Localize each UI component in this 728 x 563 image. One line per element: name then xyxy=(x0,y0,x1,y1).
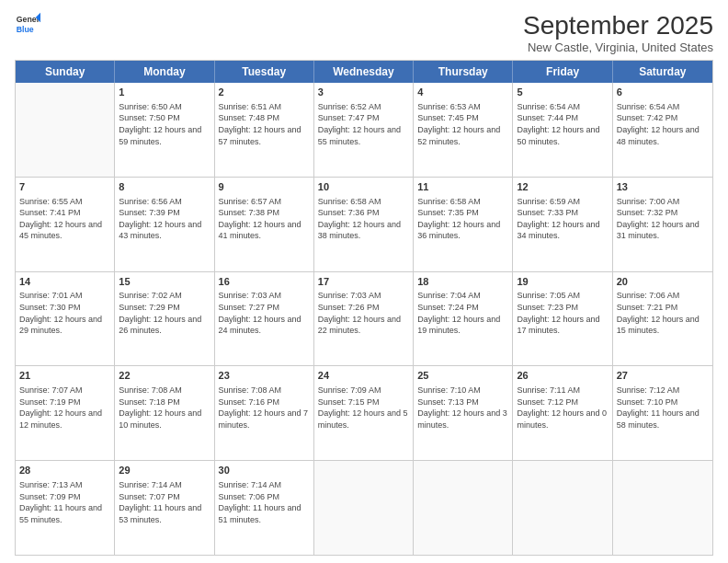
calendar-cell: 3Sunrise: 6:52 AM Sunset: 7:47 PM Daylig… xyxy=(314,83,414,177)
calendar-cell: 22Sunrise: 7:08 AM Sunset: 7:18 PM Dayli… xyxy=(115,366,214,460)
day-number: 27 xyxy=(617,369,709,383)
calendar-cell: 13Sunrise: 7:00 AM Sunset: 7:32 PM Dayli… xyxy=(613,178,712,271)
calendar-cell: 23Sunrise: 7:08 AM Sunset: 7:16 PM Dayli… xyxy=(215,366,314,460)
day-number: 21 xyxy=(19,369,110,383)
day-info: Sunrise: 7:08 AM Sunset: 7:18 PM Dayligh… xyxy=(119,385,210,431)
day-info: Sunrise: 7:08 AM Sunset: 7:16 PM Dayligh… xyxy=(219,385,310,431)
day-number: 16 xyxy=(219,275,310,289)
calendar-cell: 25Sunrise: 7:10 AM Sunset: 7:13 PM Dayli… xyxy=(414,366,513,460)
calendar-cell: 29Sunrise: 7:14 AM Sunset: 7:07 PM Dayli… xyxy=(115,461,214,555)
day-number: 12 xyxy=(517,180,608,194)
calendar-cell: 24Sunrise: 7:09 AM Sunset: 7:15 PM Dayli… xyxy=(314,366,414,460)
day-info: Sunrise: 7:03 AM Sunset: 7:27 PM Dayligh… xyxy=(219,290,310,336)
weekday-label: Sunday xyxy=(16,61,115,83)
day-number: 3 xyxy=(318,86,409,99)
day-number: 26 xyxy=(517,369,608,383)
day-info: Sunrise: 7:05 AM Sunset: 7:23 PM Dayligh… xyxy=(517,290,608,336)
day-number: 14 xyxy=(19,275,110,289)
month-title: September 2025 xyxy=(523,11,713,40)
day-info: Sunrise: 7:03 AM Sunset: 7:26 PM Dayligh… xyxy=(318,290,409,336)
day-number: 10 xyxy=(318,180,409,194)
day-info: Sunrise: 7:10 AM Sunset: 7:13 PM Dayligh… xyxy=(417,385,508,431)
calendar: SundayMondayTuesdayWednesdayThursdayFrid… xyxy=(15,60,713,556)
day-info: Sunrise: 6:57 AM Sunset: 7:38 PM Dayligh… xyxy=(219,196,310,242)
logo: General Blue xyxy=(15,11,40,37)
day-number: 20 xyxy=(617,275,709,289)
day-number: 22 xyxy=(119,369,210,383)
day-number: 25 xyxy=(417,369,508,383)
day-info: Sunrise: 7:07 AM Sunset: 7:19 PM Dayligh… xyxy=(19,385,110,431)
calendar-cell: 17Sunrise: 7:03 AM Sunset: 7:26 PM Dayli… xyxy=(314,272,414,366)
calendar-cell xyxy=(16,83,115,177)
day-number: 18 xyxy=(417,275,508,289)
calendar-cell xyxy=(314,461,414,555)
weekday-label: Monday xyxy=(115,61,214,83)
calendar-cell: 30Sunrise: 7:14 AM Sunset: 7:06 PM Dayli… xyxy=(215,461,314,555)
day-info: Sunrise: 7:12 AM Sunset: 7:10 PM Dayligh… xyxy=(617,385,709,431)
calendar-cell xyxy=(613,461,712,555)
day-number: 19 xyxy=(517,275,608,289)
day-info: Sunrise: 7:06 AM Sunset: 7:21 PM Dayligh… xyxy=(617,290,709,336)
day-number: 1 xyxy=(119,86,210,99)
day-info: Sunrise: 6:56 AM Sunset: 7:39 PM Dayligh… xyxy=(119,196,210,242)
title-block: September 2025 New Castle, Virginia, Uni… xyxy=(523,11,713,54)
day-info: Sunrise: 7:02 AM Sunset: 7:29 PM Dayligh… xyxy=(119,290,210,336)
day-info: Sunrise: 6:51 AM Sunset: 7:48 PM Dayligh… xyxy=(219,101,310,147)
calendar-cell: 16Sunrise: 7:03 AM Sunset: 7:27 PM Dayli… xyxy=(215,272,314,366)
calendar-cell: 21Sunrise: 7:07 AM Sunset: 7:19 PM Dayli… xyxy=(16,366,115,460)
calendar-cell: 18Sunrise: 7:04 AM Sunset: 7:24 PM Dayli… xyxy=(414,272,513,366)
day-info: Sunrise: 7:01 AM Sunset: 7:30 PM Dayligh… xyxy=(19,290,110,336)
calendar-cell: 26Sunrise: 7:11 AM Sunset: 7:12 PM Dayli… xyxy=(513,366,612,460)
calendar-cell: 7Sunrise: 6:55 AM Sunset: 7:41 PM Daylig… xyxy=(16,178,115,271)
day-info: Sunrise: 6:52 AM Sunset: 7:47 PM Dayligh… xyxy=(318,101,409,147)
calendar-cell: 19Sunrise: 7:05 AM Sunset: 7:23 PM Dayli… xyxy=(513,272,612,366)
calendar-row: 14Sunrise: 7:01 AM Sunset: 7:30 PM Dayli… xyxy=(16,272,712,367)
weekday-label: Wednesday xyxy=(314,61,414,83)
day-info: Sunrise: 7:04 AM Sunset: 7:24 PM Dayligh… xyxy=(417,290,508,336)
day-number: 6 xyxy=(617,86,709,99)
calendar-cell: 28Sunrise: 7:13 AM Sunset: 7:09 PM Dayli… xyxy=(16,461,115,555)
day-info: Sunrise: 6:58 AM Sunset: 7:36 PM Dayligh… xyxy=(318,196,409,242)
day-info: Sunrise: 6:54 AM Sunset: 7:42 PM Dayligh… xyxy=(617,101,709,147)
day-number: 13 xyxy=(617,180,709,194)
day-info: Sunrise: 6:58 AM Sunset: 7:35 PM Dayligh… xyxy=(417,196,508,242)
day-info: Sunrise: 6:55 AM Sunset: 7:41 PM Dayligh… xyxy=(19,196,110,242)
calendar-cell: 4Sunrise: 6:53 AM Sunset: 7:45 PM Daylig… xyxy=(414,83,513,177)
calendar-cell: 6Sunrise: 6:54 AM Sunset: 7:42 PM Daylig… xyxy=(613,83,712,177)
calendar-cell: 14Sunrise: 7:01 AM Sunset: 7:30 PM Dayli… xyxy=(16,272,115,366)
svg-text:Blue: Blue xyxy=(17,25,34,34)
calendar-row: 7Sunrise: 6:55 AM Sunset: 7:41 PM Daylig… xyxy=(16,178,712,272)
day-number: 5 xyxy=(517,86,608,99)
day-info: Sunrise: 7:14 AM Sunset: 7:06 PM Dayligh… xyxy=(219,479,310,525)
day-info: Sunrise: 6:53 AM Sunset: 7:45 PM Dayligh… xyxy=(417,101,508,147)
day-number: 11 xyxy=(417,180,508,194)
calendar-cell: 10Sunrise: 6:58 AM Sunset: 7:36 PM Dayli… xyxy=(314,178,414,271)
day-number: 29 xyxy=(119,464,210,477)
calendar-cell: 15Sunrise: 7:02 AM Sunset: 7:29 PM Dayli… xyxy=(115,272,214,366)
day-number: 17 xyxy=(318,275,409,289)
location: New Castle, Virginia, United States xyxy=(523,40,713,54)
calendar-cell: 27Sunrise: 7:12 AM Sunset: 7:10 PM Dayli… xyxy=(613,366,712,460)
day-number: 7 xyxy=(19,180,110,194)
day-number: 2 xyxy=(219,86,310,99)
calendar-cell: 11Sunrise: 6:58 AM Sunset: 7:35 PM Dayli… xyxy=(414,178,513,271)
calendar-cell xyxy=(513,461,612,555)
weekday-label: Tuesday xyxy=(215,61,314,83)
calendar-header: SundayMondayTuesdayWednesdayThursdayFrid… xyxy=(16,61,712,83)
day-info: Sunrise: 7:00 AM Sunset: 7:32 PM Dayligh… xyxy=(617,196,709,242)
day-info: Sunrise: 6:59 AM Sunset: 7:33 PM Dayligh… xyxy=(517,196,608,242)
calendar-row: 21Sunrise: 7:07 AM Sunset: 7:19 PM Dayli… xyxy=(16,366,712,461)
day-info: Sunrise: 7:13 AM Sunset: 7:09 PM Dayligh… xyxy=(19,479,110,525)
day-number: 4 xyxy=(417,86,508,99)
day-number: 28 xyxy=(19,464,110,477)
calendar-body: 1Sunrise: 6:50 AM Sunset: 7:50 PM Daylig… xyxy=(16,83,712,555)
day-info: Sunrise: 7:11 AM Sunset: 7:12 PM Dayligh… xyxy=(517,385,608,431)
calendar-cell: 20Sunrise: 7:06 AM Sunset: 7:21 PM Dayli… xyxy=(613,272,712,366)
calendar-cell: 9Sunrise: 6:57 AM Sunset: 7:38 PM Daylig… xyxy=(215,178,314,271)
day-info: Sunrise: 6:54 AM Sunset: 7:44 PM Dayligh… xyxy=(517,101,608,147)
day-info: Sunrise: 7:09 AM Sunset: 7:15 PM Dayligh… xyxy=(318,385,409,431)
day-info: Sunrise: 7:14 AM Sunset: 7:07 PM Dayligh… xyxy=(119,479,210,525)
day-info: Sunrise: 6:50 AM Sunset: 7:50 PM Dayligh… xyxy=(119,101,210,147)
calendar-row: 28Sunrise: 7:13 AM Sunset: 7:09 PM Dayli… xyxy=(16,461,712,555)
calendar-cell: 2Sunrise: 6:51 AM Sunset: 7:48 PM Daylig… xyxy=(215,83,314,177)
